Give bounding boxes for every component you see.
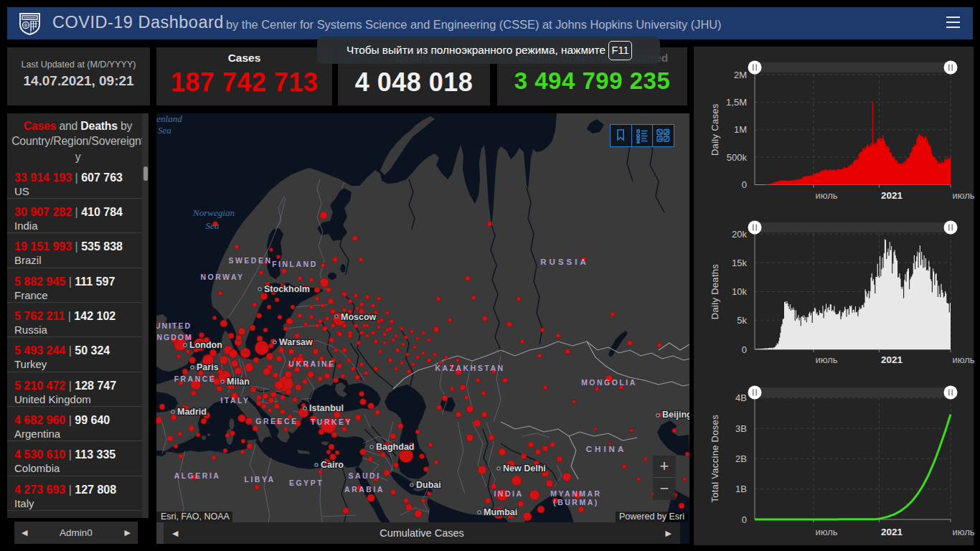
- svg-text:Sea: Sea: [158, 125, 171, 136]
- svg-text:FINLAND: FINLAND: [272, 260, 318, 268]
- svg-text:Madrid: Madrid: [177, 407, 207, 417]
- svg-text:SWEDEN: SWEDEN: [228, 256, 272, 265]
- svg-text:ITALY: ITALY: [220, 396, 250, 405]
- svg-text:GREECE: GREECE: [255, 417, 298, 425]
- svg-text:NORWAY: NORWAY: [200, 273, 244, 281]
- svg-text:UNITED: UNITED: [156, 321, 192, 330]
- svg-text:Beijing: Beijing: [662, 410, 689, 420]
- svg-text:ARABIA: ARABIA: [344, 485, 385, 494]
- svg-text:(BURMA): (BURMA): [553, 498, 599, 507]
- svg-text:RUSSIA: RUSSIA: [540, 258, 588, 266]
- svg-text:London: London: [189, 340, 222, 350]
- svg-text:FRANCE: FRANCE: [174, 375, 217, 383]
- svg-text:KINGDOM: KINGDOM: [156, 333, 193, 342]
- svg-text:Milan: Milan: [227, 377, 250, 387]
- svg-text:ALGERIA: ALGERIA: [174, 471, 221, 480]
- svg-text:SAUDI: SAUDI: [348, 471, 380, 480]
- svg-text:Dubai: Dubai: [416, 480, 441, 490]
- svg-text:KAZAKHSTAN: KAZAKHSTAN: [435, 364, 504, 372]
- svg-text:CHINA: CHINA: [586, 445, 626, 453]
- svg-text:Cairo: Cairo: [321, 460, 344, 470]
- svg-text:reenland: reenland: [156, 113, 182, 124]
- svg-text:INDIA: INDIA: [494, 489, 523, 498]
- svg-text:Istanbul: Istanbul: [309, 403, 344, 413]
- svg-text:LIBYA: LIBYA: [244, 475, 275, 484]
- svg-text:MYANMAR: MYANMAR: [550, 489, 601, 498]
- svg-text:New Delhi: New Delhi: [503, 463, 546, 474]
- svg-text:Sea: Sea: [206, 220, 220, 231]
- svg-text:Moscow: Moscow: [341, 312, 377, 322]
- svg-text:TURKEY: TURKEY: [311, 418, 352, 426]
- svg-text:UKRAINE: UKRAINE: [288, 359, 335, 368]
- svg-text:EGYPT: EGYPT: [289, 479, 324, 487]
- svg-text:MONGOLIA: MONGOLIA: [581, 378, 637, 387]
- svg-text:Norwegian: Norwegian: [192, 207, 235, 218]
- svg-text:Mumbai: Mumbai: [484, 507, 517, 517]
- svg-text:Stockholm: Stockholm: [264, 284, 310, 294]
- svg-text:Paris: Paris: [197, 362, 219, 372]
- svg-text:Warsaw: Warsaw: [279, 337, 313, 347]
- svg-text:Baghdad: Baghdad: [376, 442, 414, 452]
